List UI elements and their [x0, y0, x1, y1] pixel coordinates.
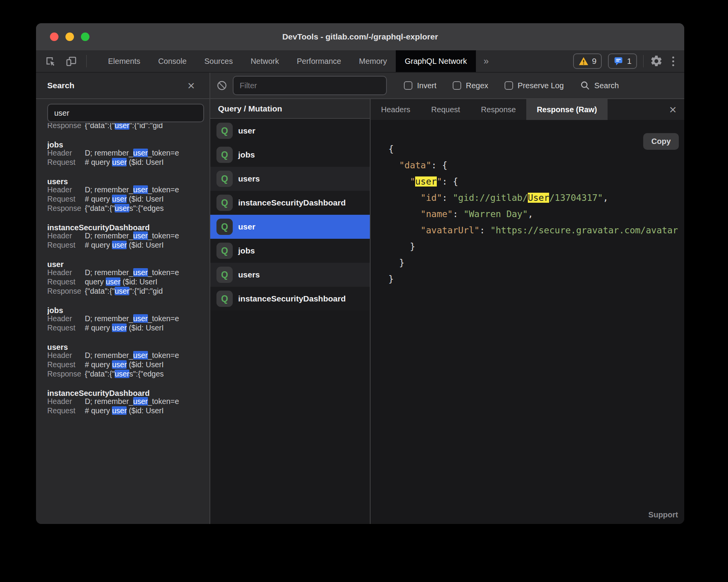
support-link[interactable]: Support: [648, 510, 678, 519]
inspect-element-icon[interactable]: [45, 55, 56, 67]
copy-button[interactable]: Copy: [643, 133, 679, 150]
search-panel: Response{"data":{"user":{"id":"gidjobsHe…: [36, 99, 210, 524]
search-toggle[interactable]: Search: [580, 80, 619, 91]
query-item-instancesecuritydashboard[interactable]: QinstanceSecurityDashboard: [210, 287, 370, 311]
gear-icon[interactable]: [650, 55, 663, 68]
kebab-menu-icon[interactable]: [669, 56, 677, 66]
checkbox-label: Preserve Log: [518, 81, 564, 90]
result-type-label: Response: [47, 370, 85, 378]
query-type-badge: Q: [216, 291, 233, 307]
checkbox-box-icon: [505, 81, 513, 90]
tab-response-raw[interactable]: Response (Raw): [526, 99, 608, 120]
json-line: "name": "Warren Day",: [388, 206, 684, 222]
query-item-instancesecuritydashboard[interactable]: QinstanceSecurityDashboard: [210, 191, 370, 215]
search-result-row[interactable]: Response{"data":{"user":{"id":"gid: [47, 123, 209, 132]
checkbox-invert[interactable]: Invert: [404, 81, 436, 90]
checkbox-preserve-log[interactable]: Preserve Log: [505, 81, 564, 90]
json-line: "user": {: [388, 173, 684, 190]
result-value: D; remember_user_token=e: [85, 149, 179, 157]
filter-input[interactable]: [233, 76, 387, 95]
query-type-badge: Q: [216, 267, 233, 283]
result-type-label: Header: [47, 314, 85, 323]
result-type-label: Request: [47, 241, 85, 250]
devtools-tab-console[interactable]: Console: [149, 50, 195, 72]
warning-icon: [579, 56, 589, 66]
query-item-label: jobs: [238, 246, 255, 255]
block-icon[interactable]: [216, 80, 227, 91]
zoom-window-button[interactable]: [81, 33, 89, 41]
filter-checkboxes: InvertRegexPreserve Log: [404, 81, 564, 90]
result-value: query user ($id: UserI: [85, 277, 158, 286]
checkbox-label: Invert: [417, 81, 436, 90]
result-value: D; remember_user_token=e: [85, 314, 179, 323]
query-item-jobs[interactable]: Qjobs: [210, 143, 370, 167]
devtools-window: DevTools - gitlab.com/-/graphql-explorer…: [36, 23, 684, 524]
warnings-badge[interactable]: 9: [573, 53, 602, 69]
result-type-label: Request: [47, 277, 85, 286]
json-line: }: [388, 238, 684, 255]
response-tabs: HeadersRequestResponseResponse (Raw) ×: [371, 99, 684, 120]
result-value: D; remember_user_token=e: [85, 268, 179, 277]
response-content: Copy { "data": { "user": { "id": "gid://…: [371, 120, 684, 524]
checkbox-label: Regex: [466, 81, 488, 90]
filter-band: Search × InvertRegexPreserve Log Sea: [36, 73, 684, 99]
result-type-label: Request: [47, 406, 85, 415]
result-value: # query user ($id: UserI: [85, 360, 164, 369]
close-search-pane-icon[interactable]: ×: [187, 79, 195, 92]
query-item-label: users: [238, 174, 260, 183]
query-item-jobs[interactable]: Qjobs: [210, 239, 370, 263]
result-type-label: Request: [47, 360, 85, 369]
result-value: # query user ($id: UserI: [85, 406, 164, 415]
minimize-window-button[interactable]: [65, 33, 74, 41]
issues-badge[interactable]: 1: [608, 53, 637, 69]
result-value: D; remember_user_token=e: [85, 185, 179, 194]
result-type-label: Response: [47, 287, 85, 296]
devtools-tab-graphql-network[interactable]: GraphQL Network: [396, 50, 476, 72]
devtools-tab-performance[interactable]: Performance: [288, 50, 350, 72]
result-type-label: Response: [47, 123, 85, 130]
json-viewer: { "data": { "user": { "id": "gid://gitla…: [388, 141, 684, 287]
device-toolbar-icon[interactable]: [65, 55, 77, 67]
json-line: }: [388, 271, 684, 287]
checkbox-box-icon: [404, 81, 412, 90]
close-details-icon[interactable]: ×: [669, 103, 684, 116]
query-item-users[interactable]: Qusers: [210, 263, 370, 287]
query-item-label: users: [238, 270, 260, 279]
result-value: D; remember_user_token=e: [85, 231, 179, 240]
checkbox-regex[interactable]: Regex: [453, 81, 488, 90]
tab-response[interactable]: Response: [470, 99, 526, 120]
devtools-tab-memory[interactable]: Memory: [350, 50, 396, 72]
toolbar-separator: [643, 55, 644, 67]
more-tabs-chevron[interactable]: »: [476, 50, 496, 72]
json-line: {: [388, 141, 684, 157]
search-input[interactable]: [47, 104, 204, 122]
toolbar-separator: [86, 55, 87, 67]
message-icon: [613, 56, 623, 66]
result-value: D; remember_user_token=e: [85, 397, 179, 406]
query-type-badge: Q: [216, 123, 233, 139]
devtools-tab-network[interactable]: Network: [242, 50, 288, 72]
devtools-tab-elements[interactable]: Elements: [99, 50, 149, 72]
search-pane-title: Search: [47, 81, 187, 90]
result-type-label: Header: [47, 268, 85, 277]
result-type-label: Header: [47, 397, 85, 406]
query-item-users[interactable]: Qusers: [210, 167, 370, 191]
query-item-user[interactable]: Quser: [210, 119, 370, 143]
result-value: {"data":{"user":{"id":"gid: [85, 123, 163, 130]
result-type-label: Header: [47, 231, 85, 240]
devtools-tab-sources[interactable]: Sources: [196, 50, 242, 72]
result-value: {"data":{"user":{"id":"gid: [85, 287, 163, 296]
query-item-user[interactable]: Quser: [210, 215, 370, 239]
result-value: {"data":{"users":{"edges: [85, 370, 164, 378]
json-line: "avatarUrl": "https://secure.gravatar.co…: [388, 222, 684, 238]
tab-headers[interactable]: Headers: [371, 99, 421, 120]
query-type-badge: Q: [216, 243, 233, 259]
query-type-badge: Q: [216, 219, 233, 235]
tab-request[interactable]: Request: [421, 99, 471, 120]
devtools-tabs: ElementsConsoleSourcesNetworkPerformance…: [99, 50, 476, 72]
warnings-count: 9: [592, 56, 597, 66]
search-icon: [580, 80, 590, 91]
json-line: "id": "gid://gitlab/User/13704317",: [388, 190, 684, 206]
result-type-label: Header: [47, 149, 85, 157]
close-window-button[interactable]: [50, 33, 58, 41]
